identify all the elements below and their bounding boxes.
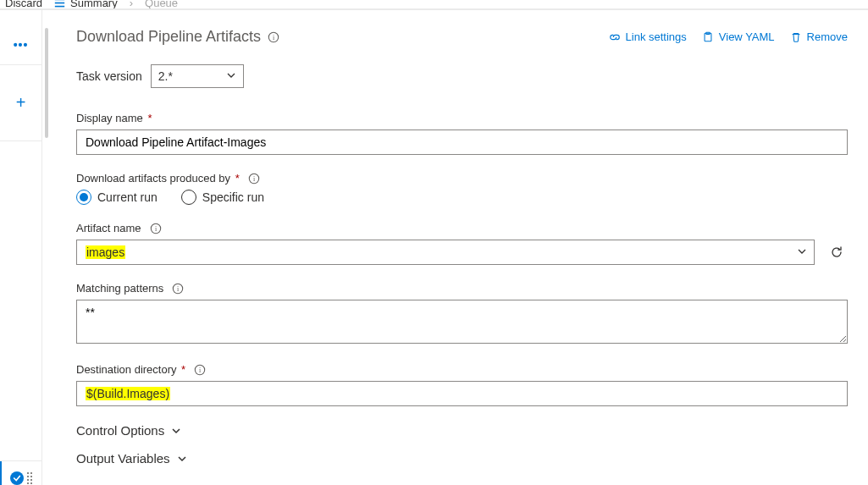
check-circle-icon [10, 471, 24, 485]
chevron-down-icon [226, 69, 236, 83]
drag-handle-icon [27, 472, 32, 484]
refresh-button[interactable] [825, 240, 848, 264]
artifact-name-label: Artifact name [76, 222, 141, 234]
svg-text:i: i [177, 285, 180, 293]
view-yaml-button[interactable]: View YAML [702, 30, 775, 43]
sidebar-add[interactable]: + [0, 65, 41, 141]
display-name-label: Display name [76, 112, 143, 124]
page-title: Download Pipeline Artifacts [76, 28, 261, 46]
control-options-toggle[interactable]: Control Options [76, 423, 848, 438]
sidebar-selected-task[interactable] [0, 460, 41, 485]
info-icon[interactable]: i [194, 364, 206, 376]
info-icon[interactable]: i [248, 173, 260, 185]
dest-input[interactable]: $(Build.Images) [76, 381, 848, 406]
task-editor: Download Pipeline Artifacts i Link setti… [51, 9, 868, 485]
display-name-input[interactable] [76, 130, 848, 155]
chevron-down-icon [171, 426, 181, 436]
svg-text:i: i [199, 367, 202, 374]
radio-current-run[interactable]: Current run [76, 190, 158, 205]
info-icon[interactable]: i [268, 31, 279, 43]
header-actions: Link settings View YAML Remove [609, 30, 848, 43]
sidebar-more[interactable]: ••• [0, 25, 41, 65]
svg-text:i: i [273, 34, 275, 41]
dest-label: Destination directory [76, 363, 177, 376]
scroll-thumb[interactable] [45, 28, 48, 138]
plus-icon: + [16, 93, 26, 113]
refresh-icon [830, 245, 843, 259]
svg-text:i: i [155, 225, 158, 233]
task-version-select[interactable]: 2.* [151, 64, 244, 88]
output-variables-toggle[interactable]: Output Variables [76, 451, 848, 466]
info-icon[interactable]: i [150, 223, 162, 234]
link-icon [609, 31, 621, 43]
info-icon[interactable]: i [172, 283, 184, 295]
list-icon [54, 0, 65, 8]
task-sidebar: ••• + [0, 9, 42, 485]
chevron-down-icon [177, 454, 187, 464]
patterns-label: Matching patterns [76, 282, 163, 295]
produced-by-label: Download artifacts produced by [76, 172, 230, 185]
scrollbar[interactable] [42, 9, 51, 485]
link-settings-button[interactable]: Link settings [609, 30, 687, 43]
more-icon: ••• [14, 38, 29, 52]
clipboard-icon [702, 31, 714, 43]
patterns-textarea[interactable]: ** [76, 300, 848, 344]
artifact-name-select[interactable]: images [76, 240, 815, 265]
remove-button[interactable]: Remove [790, 30, 848, 43]
chevron-down-icon [797, 245, 807, 259]
radio-specific-run[interactable]: Specific run [181, 190, 264, 205]
svg-rect-1 [55, 3, 64, 4]
svg-rect-2 [55, 6, 64, 8]
trash-icon [790, 31, 802, 43]
task-version-label: Task version [76, 69, 142, 83]
svg-text:i: i [253, 175, 256, 183]
